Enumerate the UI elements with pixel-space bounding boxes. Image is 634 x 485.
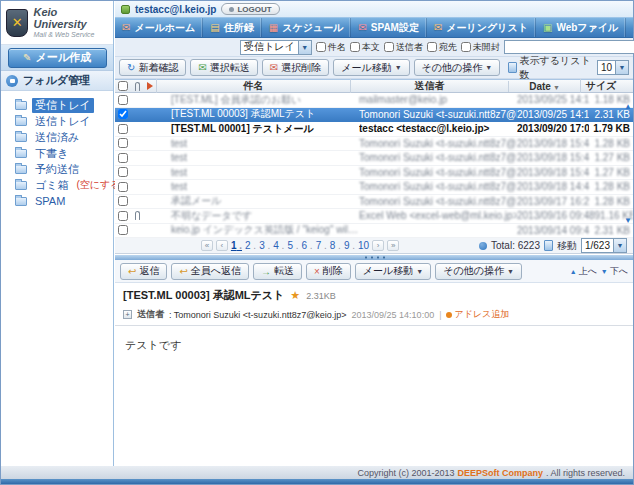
search-field-checkbox[interactable]: 件名 <box>316 41 346 54</box>
first-page-button[interactable]: « <box>201 240 213 251</box>
preview-action-button[interactable]: → 転送 <box>253 263 302 280</box>
checkbox-input[interactable] <box>384 42 394 52</box>
expand-icon[interactable]: + <box>123 310 132 319</box>
folder-select[interactable]: 受信トレイ ▼ <box>240 40 312 55</box>
row-subject: [TEST.ML 00003] 承認MLテスト <box>156 107 359 121</box>
row-checkbox[interactable] <box>118 124 128 134</box>
toolbar-button[interactable]: ✉ 選択転送 <box>190 59 257 76</box>
row-checkbox[interactable] <box>118 95 128 105</box>
preview-action-button[interactable]: × 削除 <box>306 263 351 280</box>
page-select[interactable]: 1/623 ▼ <box>581 238 627 253</box>
row-checkbox[interactable] <box>118 167 128 177</box>
nav-tab[interactable]: ✉ メールホーム <box>115 18 203 37</box>
preview-action-button[interactable]: ↩ 返信 <box>120 263 167 280</box>
preview-action-button[interactable]: ↩ 全員へ返信 <box>171 263 249 280</box>
logout-button[interactable]: LOGOUT <box>221 3 279 15</box>
prev-mail-link[interactable]: ▲上へ <box>570 265 597 278</box>
checkbox-input[interactable] <box>427 42 437 52</box>
page-link[interactable]: 5 <box>287 240 298 251</box>
page-link[interactable]: 10 <box>358 240 369 251</box>
page-link[interactable]: 3 <box>259 240 270 251</box>
nav-tab[interactable]: ▣ Webファイル <box>536 18 626 37</box>
folder-item[interactable]: SPAM <box>11 193 113 209</box>
nav-tab-icon: ▤ <box>210 23 219 33</box>
nav-tab[interactable]: ▤ 住所録 <box>203 18 261 37</box>
page-link[interactable]: 1 <box>231 240 242 251</box>
search-field-checkbox[interactable]: 未開封 <box>461 41 500 54</box>
folder-item[interactable]: 下書き <box>11 145 113 161</box>
toolbar-menu-button[interactable]: メール移動 ▼ <box>333 59 409 76</box>
mail-row[interactable]: [TEST.ML] 会員承認のお願い mailmaster@keio.jp 20… <box>115 93 633 108</box>
mail-row[interactable]: test Tomonori Suzuki <t-suzuki.ntt8z7@ke… <box>115 180 633 195</box>
search-input[interactable] <box>504 40 634 54</box>
folder-item[interactable]: 予約送信 <box>11 161 113 177</box>
mail-row[interactable]: [TEST.ML 00003] 承認MLテスト Tomonori Suzuki … <box>115 108 633 123</box>
company-link[interactable]: DEEPSoft Company <box>457 468 543 478</box>
folder-label: SPAM <box>32 195 68 207</box>
prev-page-button[interactable]: ‹ <box>216 240 228 251</box>
mail-row[interactable]: keio.jp インデックス英語版 / "keiog" will be avai… <box>115 224 633 239</box>
next-page-button[interactable]: › <box>372 240 384 251</box>
checkbox-input[interactable] <box>316 42 326 52</box>
next-mail-link[interactable]: ▼下へ <box>601 265 628 278</box>
header-subject[interactable]: 件名 <box>156 79 350 93</box>
mail-row[interactable]: test Tomonori Suzuki <t-suzuki.ntt8z7@ke… <box>115 137 633 152</box>
header-sender[interactable]: 送信者 <box>350 79 508 93</box>
folder-item[interactable]: 送信トレイ <box>11 113 113 129</box>
preview-menu-button[interactable]: メール移動 ▼ <box>355 263 431 280</box>
main-panel: testacc@l.keio.jp LOGOUT ✉ メールホーム ▤ 住所録 … <box>115 1 633 466</box>
header-size[interactable]: サイズ <box>580 79 624 93</box>
row-checkbox[interactable] <box>118 153 128 163</box>
toolbar-button[interactable]: ✉ 選択削除 <box>262 59 329 76</box>
page-link[interactable]: 7 <box>316 240 327 251</box>
mail-row[interactable]: test Tomonori Suzuki <t-suzuki.ntt8z7@ke… <box>115 166 633 181</box>
mail-row[interactable]: 不明なデータです Excel Web <excel-web@ml.keio.jp… <box>115 209 633 224</box>
page-link[interactable]: 9 <box>344 240 355 251</box>
page-link[interactable]: 4 <box>273 240 284 251</box>
mail-row[interactable]: test Tomonori Suzuki <t-suzuki.ntt8z7@ke… <box>115 151 633 166</box>
mail-row[interactable]: [TEST.ML 00001] テストメール testacc <testacc@… <box>115 122 633 137</box>
row-checkbox[interactable] <box>118 182 128 192</box>
row-checkbox[interactable] <box>118 109 128 119</box>
select-all-checkbox[interactable] <box>118 81 128 91</box>
mail-row[interactable]: 承認メール Tomonori Suzuki <t-suzuki.ntt8z7@k… <box>115 195 633 210</box>
folder-item[interactable]: 送信済み <box>11 129 113 145</box>
page-link[interactable]: 8 <box>330 240 341 251</box>
row-sender: Tomonori Suzuki <t-suzuki.ntt8z7@keio.jp… <box>359 138 517 149</box>
preview-menu-button[interactable]: その他の操作 ▼ <box>435 263 522 280</box>
display-count-select[interactable]: 10 ▼ <box>597 60 629 75</box>
scroll-up-icon[interactable]: ▲ <box>624 103 632 111</box>
preview-menus: メール移動 ▼ その他の操作 ▼ <box>355 263 522 280</box>
nav-tab[interactable]: ✉ SPAM設定 <box>351 18 427 37</box>
search-field-checkbox[interactable]: 宛先 <box>427 41 457 54</box>
row-subject: [TEST.ML] 会員承認のお願い <box>156 93 359 107</box>
pagination-bar: « ‹ 12345678910 › » Total: 6223 移動 1/623… <box>115 238 633 254</box>
checkbox-input[interactable] <box>461 42 471 52</box>
nav-tab[interactable]: ▦ スケジュール <box>262 18 352 37</box>
row-checkbox[interactable] <box>118 196 128 206</box>
row-size: 1.27 KB <box>589 152 633 163</box>
scroll-down-icon[interactable]: ▼ <box>624 217 632 225</box>
row-subject: 承認メール <box>156 194 359 208</box>
header-date[interactable]: Date▼ <box>508 81 580 92</box>
nav-tab[interactable]: ▥ 個人Web <box>626 18 634 37</box>
last-page-button[interactable]: » <box>387 240 399 251</box>
add-address-link[interactable]: アドレス追加 <box>446 308 509 321</box>
move-icon <box>544 240 553 251</box>
folder-label: 送信済み <box>32 130 82 145</box>
nav-tab[interactable]: ✉ メーリングリスト <box>427 18 536 37</box>
folder-item[interactable]: ゴミ箱 (空にする) <box>11 177 113 193</box>
search-field-checkbox[interactable]: 本文 <box>350 41 380 54</box>
checkbox-input[interactable] <box>350 42 360 52</box>
page-link[interactable]: 2 <box>245 240 256 251</box>
folder-item[interactable]: 受信トレイ <box>11 97 113 113</box>
row-checkbox[interactable] <box>118 211 128 221</box>
row-checkbox[interactable] <box>118 225 128 235</box>
toolbar-menu-button[interactable]: その他の操作 ▼ <box>414 59 501 76</box>
search-field-checkbox[interactable]: 送信者 <box>384 41 423 54</box>
toolbar-button[interactable]: ↻ 新着確認 <box>119 59 186 76</box>
page-link[interactable]: 6 <box>302 240 313 251</box>
compose-mail-button[interactable]: ✎ メール作成 <box>8 48 107 68</box>
row-date: 2013/09/18 15:48 <box>517 167 589 178</box>
row-checkbox[interactable] <box>118 138 128 148</box>
